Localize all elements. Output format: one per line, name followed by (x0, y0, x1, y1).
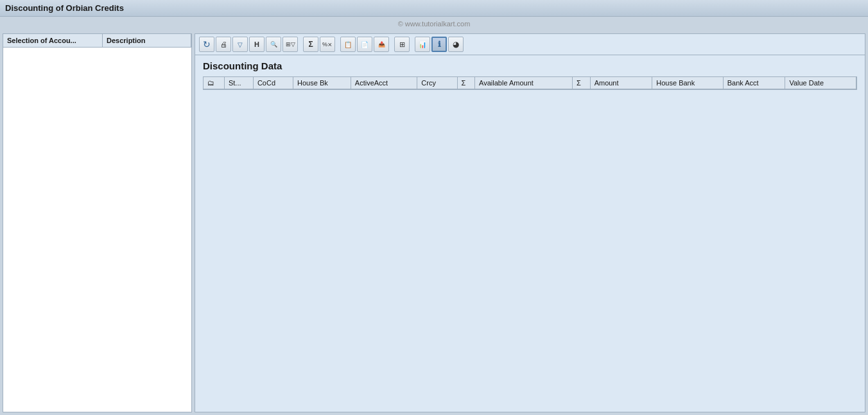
copy-icon: 📋 (344, 41, 352, 48)
table-header-row: 🗂 St... CoCd House Bk ActiveAcct Crcy Σ … (204, 77, 856, 89)
grid-icon: ⊞ (399, 40, 405, 49)
col-header-cocd[interactable]: CoCd (253, 77, 293, 89)
col-header-crcy[interactable]: Crcy (417, 77, 457, 89)
paste-button[interactable]: 📄 (357, 37, 372, 52)
save-button[interactable]: H (249, 37, 265, 52)
chart-button[interactable]: 📊 (415, 37, 430, 52)
print-icon: 🖨 (220, 40, 227, 48)
left-col1-header: Selection of Accou... (3, 34, 103, 47)
percent-button[interactable]: %⨯ (320, 37, 335, 52)
col-header-st[interactable]: St... (224, 77, 253, 89)
pie-chart-icon: ◕ (453, 40, 459, 49)
title-bar: Discounting of Orbian Credits (0, 0, 868, 17)
col-header-housebank[interactable]: House Bk (293, 77, 351, 89)
left-col2-header: Description (103, 34, 191, 47)
data-table: 🗂 St... CoCd House Bk ActiveAcct Crcy Σ … (204, 77, 856, 89)
filter-button[interactable]: ▽ (232, 37, 248, 52)
right-panel: ↻ 🖨 ▽ H 🔍 ⊞▽ Σ (195, 33, 865, 412)
section-title: Discounting Data (203, 60, 857, 71)
refresh-button[interactable]: ↻ (199, 37, 214, 52)
export-button[interactable]: 📤 (374, 37, 389, 52)
save-icon: H (254, 40, 259, 48)
left-panel: Selection of Accou... Description (3, 33, 192, 412)
sum-icon: Σ (308, 40, 313, 49)
left-panel-body (3, 48, 191, 412)
col-header-activeacct[interactable]: ActiveAcct (351, 77, 417, 89)
info-icon: ℹ (438, 40, 441, 49)
find-icon: 🔍 (270, 41, 277, 48)
chart-bar-icon: 📊 (419, 41, 426, 48)
filter2-button[interactable]: ⊞▽ (282, 37, 298, 52)
percent-icon: %⨯ (322, 41, 333, 48)
sum-button[interactable]: Σ (303, 37, 318, 52)
col-header-icon: 🗂 (204, 77, 224, 89)
print-button[interactable]: 🖨 (216, 37, 231, 52)
info-button[interactable]: ℹ (431, 37, 447, 52)
col-header-house-bank[interactable]: House Bank (652, 77, 723, 89)
main-container: Selection of Accou... Description ↻ 🖨 ▽ … (0, 31, 868, 415)
copy-button[interactable]: 📋 (340, 37, 356, 52)
refresh-icon: ↻ (203, 39, 211, 49)
col-header-value-date[interactable]: Value Date (785, 77, 856, 89)
content-area: Discounting Data 🗂 St... CoCd House Bk A… (195, 55, 865, 412)
filter-icon: ▽ (238, 41, 243, 48)
col-header-sigma2[interactable]: Σ (573, 77, 591, 89)
col-header-available-amount[interactable]: Available Amount (475, 77, 573, 89)
toolbar: ↻ 🖨 ▽ H 🔍 ⊞▽ Σ (195, 34, 865, 55)
left-panel-header: Selection of Accou... Description (3, 34, 191, 48)
col-header-bank-acct[interactable]: Bank Acct (723, 77, 785, 89)
find-button[interactable]: 🔍 (266, 37, 281, 52)
export-icon: 📤 (378, 41, 385, 48)
paste-icon: 📄 (361, 41, 369, 48)
filter2-icon: ⊞▽ (286, 41, 295, 48)
col-header-amount[interactable]: Amount (590, 77, 652, 89)
table-icon: 🗂 (207, 79, 214, 87)
app-title: Discounting of Orbian Credits (5, 3, 124, 13)
col-header-sigma1[interactable]: Σ (457, 77, 475, 89)
watermark-bar: © www.tutorialkart.com (0, 17, 868, 31)
pie-chart-button[interactable]: ◕ (448, 37, 464, 52)
grid-button[interactable]: ⊞ (394, 37, 410, 52)
watermark-text: © www.tutorialkart.com (398, 20, 471, 28)
data-table-container: 🗂 St... CoCd House Bk ActiveAcct Crcy Σ … (203, 76, 857, 90)
